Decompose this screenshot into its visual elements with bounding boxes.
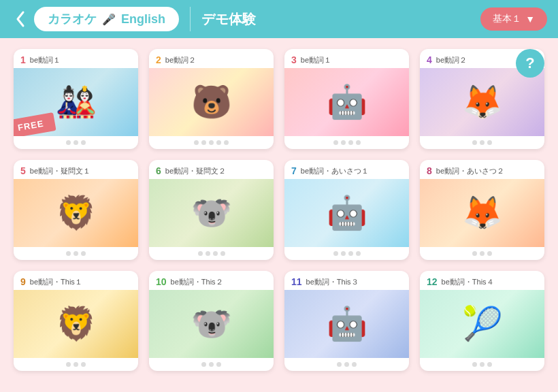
- character-illustration: 🤖: [284, 179, 409, 247]
- card-title: be動詞・This３: [306, 277, 359, 287]
- lesson-card-3[interactable]: 3 be動詞１ 🤖: [284, 49, 409, 149]
- card-image: 🦁: [14, 179, 138, 247]
- pagination-dot: [66, 251, 71, 256]
- card-number: 8: [427, 165, 432, 176]
- lesson-card-1[interactable]: 1 be動詞１ 🎎 FREE: [14, 49, 138, 149]
- card-image: 🤖: [284, 179, 409, 247]
- lesson-card-5[interactable]: 5 be動詞・疑問文１ 🦁: [14, 160, 138, 260]
- level-dropdown-button[interactable]: 基本１ ▼: [480, 7, 547, 31]
- card-title: be動詞１: [301, 55, 331, 65]
- pagination-dot: [224, 140, 229, 145]
- app-title-karaoke: カラオケ: [48, 11, 97, 27]
- character-illustration: 🦁: [14, 290, 138, 358]
- card-dots: [284, 247, 409, 260]
- lesson-card-9[interactable]: 9 be動詞・This１ 🦁: [14, 271, 138, 371]
- pagination-dot: [480, 362, 485, 367]
- card-header: 3 be動詞１: [284, 49, 409, 68]
- card-dots: [14, 247, 138, 260]
- card-image: 🦊: [420, 68, 544, 136]
- help-button[interactable]: ?: [516, 49, 544, 78]
- lesson-card-10[interactable]: 10 be動詞・This２ 🐨: [149, 271, 274, 371]
- pagination-dot: [209, 140, 214, 145]
- character-emoji: 🦊: [462, 194, 503, 232]
- card-dots: [420, 358, 544, 371]
- pagination-dot: [480, 140, 485, 145]
- pagination-dot: [201, 140, 206, 145]
- card-number: 1: [20, 54, 26, 65]
- header-divider: [190, 7, 191, 31]
- pagination-dot: [487, 140, 492, 145]
- card-title: be動詞・あいさつ２: [436, 166, 504, 176]
- character-emoji: 🤖: [327, 83, 367, 121]
- pagination-dot: [81, 251, 86, 256]
- card-number: 10: [156, 276, 167, 287]
- card-dots: [284, 136, 409, 149]
- app-title-english: English: [121, 12, 165, 27]
- lesson-card-6[interactable]: 6 be動詞・疑問文２ 🐨: [149, 160, 274, 260]
- card-header: 2 be動詞２: [149, 49, 274, 68]
- pagination-dot: [209, 362, 214, 367]
- pagination-dot: [344, 362, 349, 367]
- back-button[interactable]: [11, 7, 34, 31]
- card-dots: [420, 247, 544, 260]
- pagination-dot: [66, 362, 71, 367]
- card-title: be動詞１: [30, 55, 61, 65]
- card-dots: [284, 358, 409, 371]
- pagination-dot: [198, 251, 203, 256]
- card-header: 5 be動詞・疑問文１: [14, 160, 138, 179]
- lesson-card-2[interactable]: 2 be動詞２ 🐻: [149, 49, 274, 149]
- card-number: 12: [427, 276, 438, 287]
- pagination-dot: [480, 251, 485, 256]
- lesson-card-8[interactable]: 8 be動詞・あいさつ２ 🦊: [420, 160, 544, 260]
- card-number: 6: [156, 165, 161, 176]
- card-image: 🐨: [149, 290, 274, 358]
- pagination-dot: [73, 251, 78, 256]
- pagination-dot: [201, 362, 206, 367]
- card-dots: [14, 358, 138, 371]
- card-number: 9: [20, 276, 26, 287]
- lesson-card-7[interactable]: 7 be動詞・あいさつ１ 🤖: [284, 160, 409, 260]
- pagination-dot: [333, 251, 338, 256]
- card-number: 5: [20, 165, 26, 176]
- card-dots: [149, 247, 274, 260]
- pagination-dot: [341, 251, 346, 256]
- card-image: 🎎 FREE: [14, 68, 138, 136]
- card-header: 8 be動詞・あいさつ２: [420, 160, 544, 179]
- pagination-dot: [216, 362, 221, 367]
- character-illustration: 🎾: [420, 290, 544, 358]
- card-dots: [420, 136, 544, 149]
- card-title: be動詞・This４: [442, 277, 494, 287]
- card-image: 🐻: [149, 68, 274, 136]
- main-content: ? 1 be動詞１ 🎎 FREE 2 be動詞２ 🐻: [0, 38, 558, 392]
- pagination-dot: [356, 251, 361, 256]
- character-emoji: 🦊: [462, 83, 503, 121]
- pagination-dot: [333, 140, 338, 145]
- character-emoji: 🦁: [56, 305, 97, 343]
- pagination-dot: [66, 140, 71, 145]
- card-number: 7: [291, 165, 297, 176]
- pagination-dot: [472, 140, 477, 145]
- card-image: 🤖: [284, 68, 409, 136]
- pagination-dot: [348, 140, 353, 145]
- card-dots: [149, 136, 274, 149]
- pagination-dot: [220, 251, 225, 256]
- character-illustration: 🦊: [420, 179, 544, 247]
- card-header: 9 be動詞・This１: [14, 271, 138, 290]
- header-subtitle: デモ体験: [201, 10, 480, 29]
- card-header: 12 be動詞・This４: [420, 271, 544, 290]
- pagination-dot: [216, 140, 221, 145]
- pagination-dot: [352, 362, 357, 367]
- pagination-dot: [472, 362, 477, 367]
- card-header: 11 be動詞・This３: [284, 271, 409, 290]
- lesson-grid: 1 be動詞１ 🎎 FREE 2 be動詞２ 🐻 3 be動詞: [14, 49, 544, 371]
- card-header: 10 be動詞・This２: [149, 271, 274, 290]
- card-header: 6 be動詞・疑問文２: [149, 160, 274, 179]
- lesson-card-11[interactable]: 11 be動詞・This３ 🤖: [284, 271, 409, 371]
- card-image: 🐨: [149, 179, 274, 247]
- card-number: 11: [291, 276, 302, 287]
- card-number: 2: [156, 54, 161, 65]
- character-emoji: 🐨: [191, 305, 232, 343]
- lesson-card-12[interactable]: 12 be動詞・This４ 🎾: [420, 271, 544, 371]
- pagination-dot: [206, 251, 210, 256]
- card-image: 🦊: [420, 179, 544, 247]
